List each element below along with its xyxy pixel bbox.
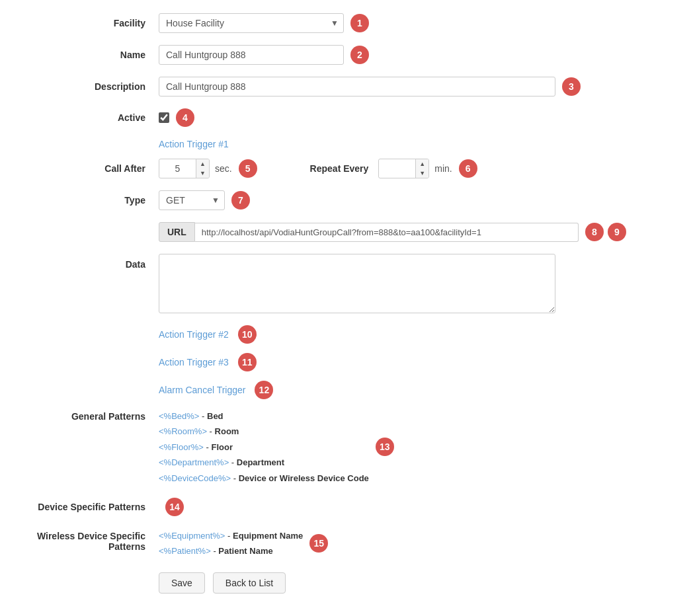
badge-10: 10: [238, 325, 257, 344]
repeat-every-unit: min.: [434, 163, 452, 174]
wireless-device-patterns-control: <%Equipment%> - Equipment Name <%Patient…: [159, 528, 667, 559]
active-checkbox[interactable]: [159, 112, 169, 123]
type-select[interactable]: GET POST PUT DELETE: [159, 190, 225, 210]
badge-13: 13: [376, 438, 394, 456]
badge-11: 11: [238, 353, 257, 371]
type-row: Type GET POST PUT DELETE ▼ 7: [26, 190, 667, 210]
alarm-cancel-trigger-link[interactable]: Alarm Cancel Trigger: [159, 385, 246, 395]
badge-12: 12: [255, 381, 273, 399]
pattern-department: <%Department%> - Department: [159, 455, 369, 470]
active-checkbox-wrap: [159, 112, 169, 123]
alarm-cancel-trigger-section: Alarm Cancel Trigger 12: [26, 381, 667, 399]
pattern-floor-desc: Floor: [211, 442, 233, 452]
data-row: Data: [26, 254, 667, 313]
badge-8: 8: [585, 223, 604, 241]
badge-7: 7: [231, 191, 250, 210]
pattern-bed-desc: Bed: [207, 411, 224, 421]
pattern-bed: <%Bed%> - Bed: [159, 408, 369, 424]
type-select-wrapper: GET POST PUT DELETE ▼: [159, 190, 225, 210]
badge-4: 4: [176, 108, 194, 127]
facility-select-wrapper: House Facility ▼: [159, 13, 344, 33]
call-after-arrows: ▲ ▼: [196, 159, 209, 178]
device-specific-patterns-label: Device Specific Patterns: [26, 502, 159, 512]
pattern-devicecode-code: <%DeviceCode%>: [159, 473, 231, 483]
call-after-label: Call After: [26, 163, 159, 174]
pattern-devicecode-desc: Device or Wireless Device Code: [239, 473, 369, 483]
back-to-list-button[interactable]: Back to List: [213, 572, 286, 594]
repeat-every-label: Repeat Every: [310, 163, 369, 174]
badge-6: 6: [459, 159, 477, 178]
pattern-department-code: <%Department%>: [159, 457, 229, 467]
repeat-every-up-btn[interactable]: ▲: [416, 159, 428, 169]
action-trigger-2-link[interactable]: Action Trigger #2: [159, 329, 229, 340]
device-specific-patterns-row: Device Specific Patterns 14: [26, 498, 667, 516]
pattern-room-code: <%Room%>: [159, 426, 207, 436]
action-trigger-3-section: Action Trigger #3 11: [26, 353, 667, 371]
repeat-every-value[interactable]: [379, 160, 415, 177]
badge-15: 15: [309, 534, 328, 553]
badge-14: 14: [165, 498, 184, 516]
description-input[interactable]: [159, 77, 555, 96]
type-label: Type: [26, 195, 159, 206]
general-patterns-control: <%Bed%> - Bed <%Room%> - Room <%Floor%> …: [159, 408, 667, 486]
action-trigger-1-title: Action Trigger #1: [26, 139, 667, 149]
description-row: Description 3: [26, 77, 667, 96]
url-row: URL 8 9: [26, 222, 667, 242]
save-button[interactable]: Save: [159, 572, 205, 594]
repeat-every-down-btn[interactable]: ▼: [416, 169, 428, 178]
badge-9: 9: [608, 223, 626, 241]
pattern-room-desc: Room: [215, 426, 239, 436]
wireless-device-patterns-row: Wireless Device Specific Patterns <%Equi…: [26, 528, 667, 559]
pattern-room: <%Room%> - Room: [159, 424, 369, 439]
bottom-buttons: Save Back to List: [26, 572, 667, 594]
pattern-equipment: <%Equipment%> - Equipment Name: [159, 528, 303, 543]
badge-3: 3: [562, 77, 581, 96]
repeat-every-arrows: ▲ ▼: [415, 159, 428, 178]
url-control: URL 8 9: [159, 222, 667, 242]
device-specific-patterns-control: 14: [159, 498, 667, 516]
pattern-floor: <%Floor%> - Floor: [159, 440, 369, 455]
facility-row: Facility House Facility ▼ 1: [26, 13, 667, 33]
action-trigger-3-link[interactable]: Action Trigger #3: [159, 357, 229, 367]
url-input[interactable]: [195, 223, 579, 242]
pattern-devicecode: <%DeviceCode%> - Device or Wireless Devi…: [159, 471, 369, 486]
badge-1: 1: [350, 14, 369, 32]
badge-2: 2: [350, 46, 369, 64]
action-trigger-1-link[interactable]: Action Trigger #1: [159, 139, 229, 149]
description-control: 3: [159, 77, 667, 96]
pattern-floor-code: <%Floor%>: [159, 442, 204, 452]
call-after-value[interactable]: [159, 160, 196, 177]
pattern-equipment-code: <%Equipment%>: [159, 531, 225, 541]
active-label: Active: [26, 112, 159, 123]
data-textarea[interactable]: [159, 254, 555, 313]
name-input[interactable]: [159, 45, 344, 65]
call-after-row: Call After ▲ ▼ sec. 5 Repeat Every ▲ ▼ m…: [26, 159, 667, 178]
general-patterns-label: General Patterns: [26, 408, 159, 422]
general-patterns-text: <%Bed%> - Bed <%Room%> - Room <%Floor%> …: [159, 408, 369, 486]
name-row: Name 2: [26, 45, 667, 65]
wireless-patterns-text: <%Equipment%> - Equipment Name <%Patient…: [159, 528, 303, 559]
data-control: [159, 254, 667, 313]
pattern-patient: <%Patient%> - Patient Name: [159, 543, 303, 558]
badge-5: 5: [239, 159, 257, 178]
facility-control: House Facility ▼ 1: [159, 13, 667, 33]
name-label: Name: [26, 50, 159, 60]
pattern-patient-code: <%Patient%>: [159, 546, 211, 556]
facility-select[interactable]: House Facility: [159, 13, 344, 33]
pattern-patient-desc: Patient Name: [218, 546, 272, 556]
repeat-every-section: Repeat Every ▲ ▼ min. 6: [310, 159, 477, 178]
data-label: Data: [26, 254, 159, 270]
url-button[interactable]: URL: [159, 222, 195, 242]
name-control: 2: [159, 45, 667, 65]
pattern-equipment-desc: Equipment Name: [233, 531, 303, 541]
facility-label: Facility: [26, 18, 159, 28]
type-control: GET POST PUT DELETE ▼ 7: [159, 190, 667, 210]
wireless-device-patterns-label: Wireless Device Specific Patterns: [26, 528, 159, 552]
call-after-spinner: ▲ ▼: [159, 159, 210, 178]
description-label: Description: [26, 81, 159, 92]
active-control: 4: [159, 108, 667, 127]
call-after-control: ▲ ▼ sec. 5 Repeat Every ▲ ▼ min. 6: [159, 159, 667, 178]
pattern-department-desc: Department: [237, 457, 284, 467]
call-after-up-btn[interactable]: ▲: [196, 159, 209, 169]
call-after-down-btn[interactable]: ▼: [196, 169, 209, 178]
